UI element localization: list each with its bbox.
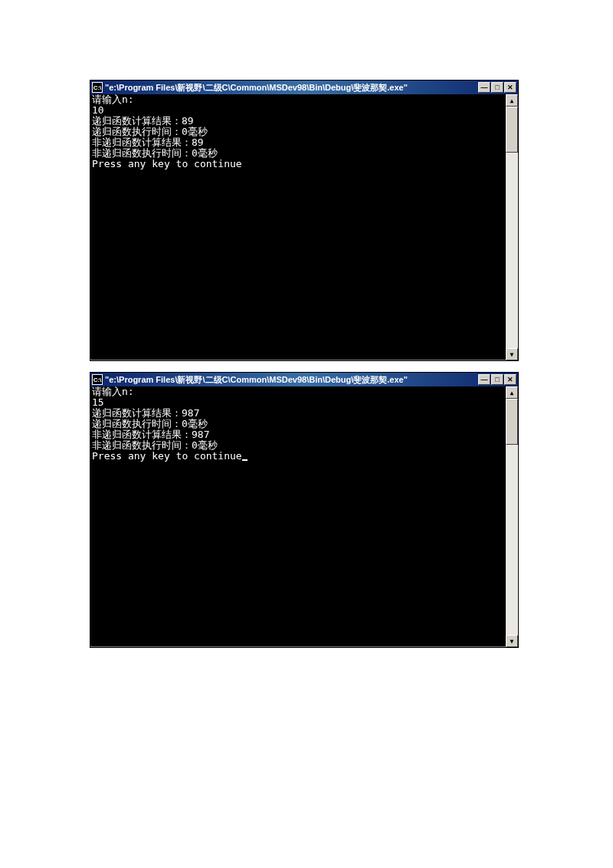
console-output[interactable]: 请输入n: 15 递归函数计算结果：987 递归函数执行时间：0毫秒 非递归函数… bbox=[90, 386, 507, 646]
scroll-track[interactable] bbox=[506, 399, 518, 635]
text-cursor bbox=[242, 459, 247, 461]
cmd-icon: C:\ bbox=[92, 374, 103, 385]
scroll-down-button[interactable]: ▼ bbox=[506, 635, 518, 647]
cmd-icon: C:\ bbox=[92, 82, 103, 93]
output-line: 15 bbox=[92, 396, 104, 408]
output-line: 非递归函数执行时间：0毫秒 bbox=[92, 439, 218, 451]
output-line: 递归函数执行时间：0毫秒 bbox=[92, 126, 208, 137]
scroll-thumb[interactable] bbox=[506, 399, 518, 445]
window-controls: — □ ✕ bbox=[478, 374, 516, 385]
minimize-button[interactable]: — bbox=[478, 374, 490, 385]
output-line: 递归函数执行时间：0毫秒 bbox=[92, 418, 208, 429]
close-button[interactable]: ✕ bbox=[504, 374, 516, 385]
window-controls: — □ ✕ bbox=[478, 82, 516, 93]
minimize-button[interactable]: — bbox=[478, 82, 490, 93]
output-line: 非递归函数执行时间：0毫秒 bbox=[92, 147, 218, 159]
titlebar[interactable]: C:\ "e:\Program Files\新视野\二级C\Common\MSD… bbox=[90, 373, 518, 386]
window-title: "e:\Program Files\新视野\二级C\Common\MSDev98… bbox=[105, 82, 478, 94]
output-line: 10 bbox=[92, 104, 104, 116]
output-line: 请输入n: bbox=[92, 386, 134, 397]
scroll-down-button[interactable]: ▼ bbox=[506, 348, 518, 360]
output-line: Press any key to continue bbox=[92, 450, 242, 462]
scroll-up-button[interactable]: ▲ bbox=[506, 94, 518, 107]
output-line: 请输入n: bbox=[92, 94, 134, 105]
maximize-button[interactable]: □ bbox=[491, 374, 503, 385]
output-line: 递归函数计算结果：89 bbox=[92, 115, 194, 127]
vertical-scrollbar[interactable]: ▲ ▼ bbox=[506, 386, 518, 647]
scroll-up-button[interactable]: ▲ bbox=[506, 386, 518, 399]
console-window-2: C:\ "e:\Program Files\新视野\二级C\Common\MSD… bbox=[90, 372, 519, 648]
window-title: "e:\Program Files\新视野\二级C\Common\MSDev98… bbox=[105, 374, 478, 386]
scroll-thumb[interactable] bbox=[506, 107, 518, 153]
close-button[interactable]: ✕ bbox=[504, 82, 516, 93]
output-line: 递归函数计算结果：987 bbox=[92, 407, 199, 419]
output-line: 非递归函数计算结果：987 bbox=[92, 429, 209, 440]
maximize-button[interactable]: □ bbox=[491, 82, 503, 93]
output-line: Press any key to continue bbox=[92, 158, 242, 169]
console-window-1: C:\ "e:\Program Files\新视野\二级C\Common\MSD… bbox=[90, 80, 519, 361]
output-line: 非递归函数计算结果：89 bbox=[92, 136, 204, 148]
titlebar[interactable]: C:\ "e:\Program Files\新视野\二级C\Common\MSD… bbox=[90, 81, 518, 94]
scroll-track[interactable] bbox=[506, 107, 518, 348]
console-output[interactable]: 请输入n: 10 递归函数计算结果：89 递归函数执行时间：0毫秒 非递归函数计… bbox=[90, 94, 507, 359]
vertical-scrollbar[interactable]: ▲ ▼ bbox=[506, 94, 518, 360]
